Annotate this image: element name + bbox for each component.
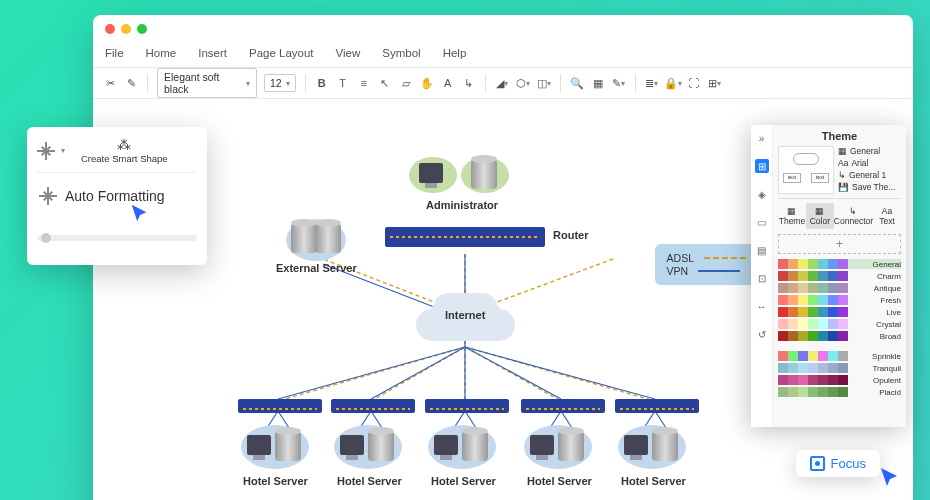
- close-icon[interactable]: [105, 24, 115, 34]
- node-switch-4[interactable]: [521, 399, 605, 413]
- node-extserver-db1[interactable]: [291, 223, 317, 253]
- rail-collapse-icon[interactable]: »: [755, 131, 769, 145]
- grid-icon[interactable]: ▦: [591, 76, 605, 90]
- focus-icon: [810, 456, 825, 471]
- menu-insert[interactable]: Insert: [198, 47, 227, 59]
- swatch-live[interactable]: Live: [778, 307, 901, 317]
- node-hotel-db-5[interactable]: [652, 431, 678, 461]
- minimize-icon[interactable]: [121, 24, 131, 34]
- node-hotel-pc-2[interactable]: [340, 435, 364, 455]
- label-hotel-2: Hotel Server: [337, 475, 402, 487]
- swatch-general[interactable]: General: [778, 259, 901, 269]
- align-icon[interactable]: ≡: [357, 76, 371, 90]
- label-router: Router: [553, 229, 588, 241]
- swatch-antique[interactable]: Antique: [778, 283, 901, 293]
- svg-line-16: [465, 347, 655, 399]
- node-hotel-db-4[interactable]: [558, 431, 584, 461]
- node-extserver-db2[interactable]: [315, 223, 341, 253]
- connector-icon[interactable]: ↳: [462, 76, 476, 90]
- line-color-icon[interactable]: ⬡▾: [516, 76, 530, 90]
- search-icon[interactable]: 🔍: [570, 76, 584, 90]
- swatch-broad[interactable]: Broad: [778, 331, 901, 341]
- intensity-slider[interactable]: [37, 235, 197, 241]
- tab-text[interactable]: AaText: [873, 203, 901, 229]
- create-smart-shape-button[interactable]: ⁂ Create Smart Shape: [81, 137, 168, 164]
- bold-icon[interactable]: B: [315, 76, 329, 90]
- svg-line-7: [465, 347, 561, 401]
- node-admin-pc[interactable]: [419, 163, 443, 183]
- tab-color[interactable]: ▦Color: [806, 203, 834, 229]
- tab-connector[interactable]: ↳Connector: [834, 203, 873, 229]
- node-switch-3[interactable]: [425, 399, 509, 413]
- expand-icon[interactable]: ⛶: [687, 76, 701, 90]
- add-color-theme-button[interactable]: +: [778, 234, 901, 254]
- snap-icon[interactable]: ⊞▾: [708, 76, 722, 90]
- maximize-icon[interactable]: [137, 24, 147, 34]
- swatch-fresh[interactable]: Fresh: [778, 295, 901, 305]
- node-switch-1[interactable]: [238, 399, 322, 413]
- sparkle-icon[interactable]: [37, 142, 55, 160]
- legend: ADSL VPN: [655, 244, 758, 285]
- theme-item-general1[interactable]: ↳ General 1: [838, 170, 895, 180]
- swatch-charm[interactable]: Charm: [778, 271, 901, 281]
- side-rail: » ⊞ ◈ ▭ ▤ ⊡ ↔ ↺: [751, 125, 773, 427]
- label-hotel-4: Hotel Server: [527, 475, 592, 487]
- font-size-select[interactable]: 12▾: [264, 74, 296, 92]
- format-painter-icon[interactable]: ✎: [124, 76, 138, 90]
- cursor-icon: [129, 203, 151, 225]
- node-hotel-db-2[interactable]: [368, 431, 394, 461]
- swatch-sprinkle[interactable]: Sprinkle: [778, 351, 901, 361]
- node-hotel-pc-5[interactable]: [624, 435, 648, 455]
- node-hotel-db-1[interactable]: [275, 431, 301, 461]
- selection-icon[interactable]: ▱: [399, 76, 413, 90]
- rail-theme-icon[interactable]: ⊞: [755, 159, 769, 173]
- node-hotel-pc-1[interactable]: [247, 435, 271, 455]
- tab-theme[interactable]: ▦Theme: [778, 203, 806, 229]
- rail-layers-icon[interactable]: ◈: [755, 187, 769, 201]
- node-switch-2[interactable]: [331, 399, 415, 413]
- theme-item-general[interactable]: ▦ General: [838, 146, 895, 156]
- node-admin-db[interactable]: [471, 159, 497, 189]
- crop-icon[interactable]: ◫▾: [537, 76, 551, 90]
- focus-button[interactable]: Focus: [796, 450, 880, 477]
- menu-help[interactable]: Help: [443, 47, 467, 59]
- rail-more-icon[interactable]: ↔: [755, 299, 769, 313]
- fill-icon[interactable]: ◢▾: [495, 76, 509, 90]
- node-hotel-pc-3[interactable]: [434, 435, 458, 455]
- cursor-tool-icon[interactable]: ↖: [378, 76, 392, 90]
- auto-format-popup: ▾ ⁂ Create Smart Shape Auto Formatting: [27, 127, 207, 265]
- font-select[interactable]: Elegant soft black▾: [157, 68, 257, 98]
- rail-doc-icon[interactable]: ▤: [755, 243, 769, 257]
- menu-view[interactable]: View: [336, 47, 361, 59]
- swatch-crystal[interactable]: Crystal: [778, 319, 901, 329]
- svg-line-4: [278, 347, 465, 401]
- window-controls: [93, 15, 913, 43]
- chevron-down-icon[interactable]: ▾: [61, 146, 65, 155]
- swatch-opulent[interactable]: Opulent: [778, 375, 901, 385]
- menu-symbol[interactable]: Symbol: [382, 47, 420, 59]
- menu-file[interactable]: File: [105, 47, 124, 59]
- node-hotel-db-3[interactable]: [462, 431, 488, 461]
- auto-formatting-label[interactable]: Auto Formatting: [65, 188, 165, 204]
- swatch-placid[interactable]: Placid: [778, 387, 901, 397]
- rail-page-icon[interactable]: ▭: [755, 215, 769, 229]
- rail-snap-icon[interactable]: ⊡: [755, 271, 769, 285]
- pen-icon[interactable]: ✎▾: [612, 76, 626, 90]
- label-internet: Internet: [445, 309, 485, 321]
- hand-icon[interactable]: ✋: [420, 76, 434, 90]
- node-hotel-pc-4[interactable]: [530, 435, 554, 455]
- layers-icon[interactable]: ≣▾: [645, 76, 659, 90]
- swatch-tranquil[interactable]: Tranquil: [778, 363, 901, 373]
- rail-history-icon[interactable]: ↺: [755, 327, 769, 341]
- node-switch-5[interactable]: [615, 399, 699, 413]
- node-main-switch[interactable]: [385, 227, 545, 247]
- lock-icon[interactable]: 🔒▾: [666, 76, 680, 90]
- menu-page-layout[interactable]: Page Layout: [249, 47, 314, 59]
- theme-preview[interactable]: text text: [778, 146, 834, 194]
- menu-home[interactable]: Home: [146, 47, 177, 59]
- text-tool-icon[interactable]: A: [441, 76, 455, 90]
- cut-icon[interactable]: ✂: [103, 76, 117, 90]
- theme-item-arial[interactable]: Aa Arial: [838, 158, 895, 168]
- theme-item-save[interactable]: 💾 Save The...: [838, 182, 895, 192]
- text-icon[interactable]: T: [336, 76, 350, 90]
